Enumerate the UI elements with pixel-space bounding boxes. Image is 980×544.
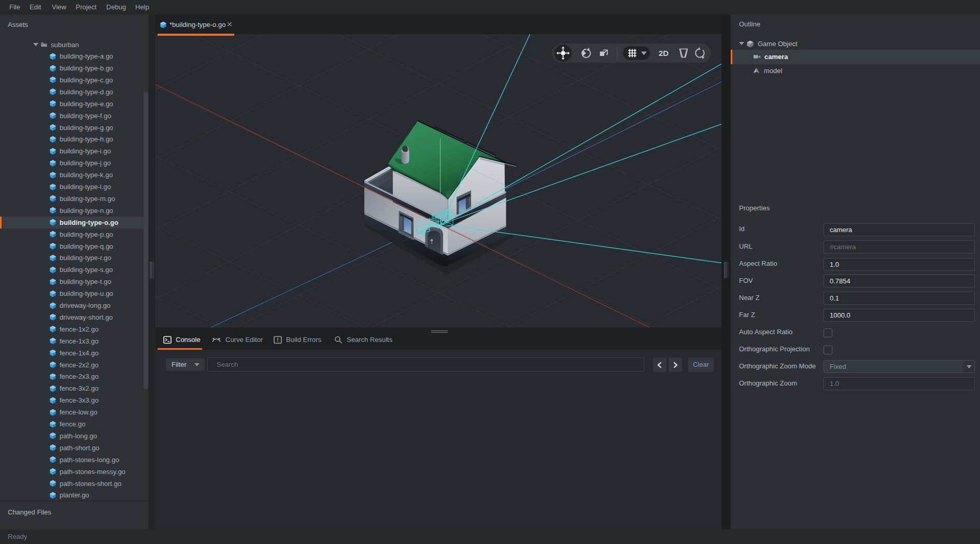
- svg-text:2D: 2D: [659, 49, 669, 58]
- svg-text:!: !: [277, 337, 278, 343]
